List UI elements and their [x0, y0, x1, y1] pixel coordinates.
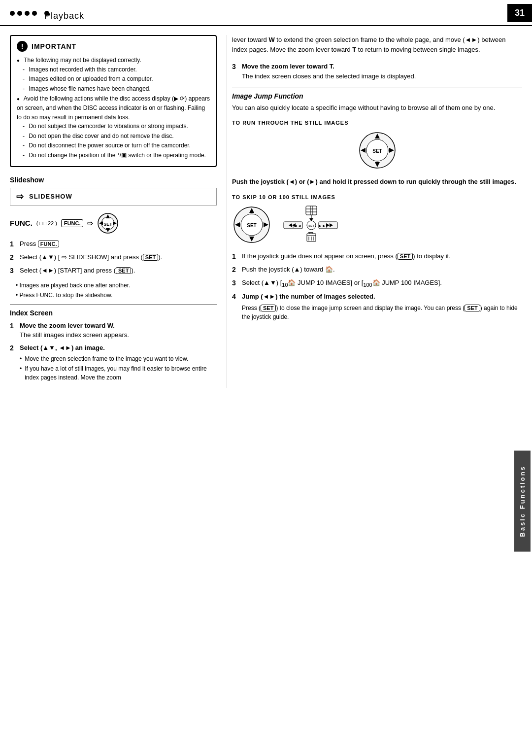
set-ref-3: SET — [116, 267, 131, 274]
skip-diagrams: SET |◄◄ — [232, 205, 522, 244]
important-sub-2b: Do not open the disc cover and do not re… — [23, 132, 210, 141]
svg-text:►►|: ►►| — [318, 224, 327, 228]
dot-2 — [17, 11, 22, 16]
slideshow-section: Slideshow ⇨ SLIDESHOW FUNC. ( □□ 22 ) FU… — [10, 176, 217, 300]
important-sub-2c: Do not disconnect the power source or tu… — [23, 141, 210, 150]
important-header: ! IMPORTANT — [17, 41, 210, 52]
svg-text:SET: SET — [247, 223, 256, 228]
image-jump-heading: Image Jump Function — [232, 92, 522, 100]
important-sub-1c: Images whose file names have been change… — [23, 84, 210, 94]
index-bullet-1: Move the green selection frame to the im… — [20, 354, 217, 363]
slideshow-bullets: Images are played back one after another… — [10, 281, 217, 300]
svg-text:SET: SET — [104, 222, 113, 227]
important-sub-1a: Images not recorded with this camcorder. — [23, 65, 210, 74]
index-step-1: 1 Move the zoom lever toward W. The stil… — [10, 321, 217, 340]
run-through-diagram: SET — [232, 131, 522, 170]
important-sub-1b: Images edited on or uploaded from a comp… — [23, 74, 210, 84]
important-list: The following may not be displayed corre… — [17, 56, 210, 160]
slideshow-step-1: 1 Press FUNC. — [10, 239, 217, 249]
func-row: FUNC. ( □□ 22 ) FUNC. ⇨ SET — [10, 212, 217, 234]
run-through-label: TO RUN THROUGH THE STILL IMAGES — [232, 120, 522, 126]
left-column: ! IMPORTANT The following may not be dis… — [10, 35, 227, 388]
important-sub-list-2: Do not subject the camcorder to vibratio… — [17, 122, 210, 160]
important-sub-2d: Do not change the position of the ᐩ/▣ sw… — [23, 151, 210, 160]
func-arrow: ⇨ — [87, 219, 93, 227]
page-number: 31 — [507, 4, 532, 22]
dot-3 — [25, 11, 30, 16]
important-title: IMPORTANT — [32, 42, 76, 50]
page-header: Playback 31 — [0, 0, 532, 26]
index-divider — [10, 305, 217, 305]
svg-text:SET: SET — [372, 148, 382, 154]
slideshow-steps: 1 Press FUNC. 2 Select (▲▼) [ ⇨ SLIDESHO… — [10, 239, 217, 276]
skip-step-3: 3 Select (▲▼) [10🏠 JUMP 10 IMAGES] or [1… — [232, 278, 522, 289]
slideshow-heading: Slideshow — [10, 176, 217, 184]
set-skip-4b: SET — [465, 305, 480, 311]
skip-step-1: 1 If the joystick guide does not appear … — [232, 251, 522, 262]
skip-step-4: 4 Jump (◄►) the number of images selecte… — [232, 292, 522, 322]
func-stop-ref: FUNC. — [36, 292, 55, 299]
main-content: ! IMPORTANT The following may not be dis… — [0, 26, 532, 397]
func-button-inline: FUNC. — [61, 219, 84, 227]
set-skip-1: SET — [398, 253, 413, 260]
skip-label: TO SKIP 10 OR 100 STILL IMAGES — [232, 194, 522, 200]
important-sub-list-1: Images not recorded with this camcorder.… — [17, 65, 210, 94]
right-step-3: 3 Move the zoom lever toward T. The inde… — [232, 62, 522, 81]
index-step-2: 2 Select (▲▼, ◄►) an image. Move the gre… — [10, 343, 217, 383]
slideshow-step-3: 3 Select (◄►) [START] and press (SET). — [10, 266, 217, 276]
skip-step-2: 2 Push the joystick (▲) toward 🏠. — [232, 265, 522, 275]
important-sub-2a: Do not subject the camcorder to vibratio… — [23, 122, 210, 131]
skip-joystick-svg: SET — [232, 205, 271, 244]
func-label: FUNC. — [10, 219, 33, 227]
right-intro-text: lever toward W to extend the green selec… — [232, 35, 522, 55]
header-title: Playback — [44, 11, 49, 16]
index-steps: 1 Move the zoom lever toward W. The stil… — [10, 321, 217, 383]
image-jump-divider — [232, 88, 522, 88]
set-button-diagram: SET — [97, 212, 119, 234]
important-icon: ! — [17, 41, 28, 52]
slideshow-label: SLIDESHOW — [29, 193, 72, 200]
index-screen-section: Index Screen 1 Move the zoom lever towar… — [10, 305, 217, 383]
set-skip-4a: SET — [261, 305, 276, 311]
dot-1 — [10, 11, 15, 16]
func-btn-ref: FUNC. — [38, 241, 60, 247]
slideshow-bullet-2: Press FUNC. to stop the slideshow. — [16, 291, 217, 300]
side-tab-container: Basic Functions — [512, 296, 532, 707]
important-item-1: The following may not be displayed corre… — [17, 56, 210, 93]
skip-controls-svg: |◄◄ ►►| SET — [281, 205, 340, 244]
svg-text:|◄◄: |◄◄ — [293, 224, 301, 228]
important-box: ! IMPORTANT The following may not be dis… — [10, 35, 217, 167]
dot-4 — [32, 11, 37, 16]
joystick-run-svg: SET — [358, 131, 397, 170]
right-step3-list: 3 Move the zoom lever toward T. The inde… — [232, 62, 522, 81]
important-item-2: Avoid the following actions while the di… — [17, 94, 210, 160]
image-jump-text: You can also quickly locate a specific i… — [232, 103, 522, 113]
side-tab-label: Basic Functions — [514, 450, 531, 551]
slideshow-step-2: 2 Select (▲▼) [ ⇨ SLIDESHOW] and press (… — [10, 252, 217, 263]
slideshow-icon: ⇨ — [16, 191, 24, 202]
set-ref-2: SET — [143, 254, 158, 261]
slideshow-box: ⇨ SLIDESHOW — [10, 188, 217, 206]
slideshow-bullet-1: Images are played back one after another… — [16, 281, 217, 290]
skip-step-4-sub: Press (SET) to close the image jump scre… — [242, 304, 522, 322]
right-column: lever toward W to extend the green selec… — [227, 35, 522, 388]
header-dots: Playback — [0, 11, 49, 16]
push-text: Push the joystick (◄) or (►) and hold it… — [232, 177, 522, 187]
important-body: The following may not be displayed corre… — [17, 56, 210, 160]
index-bullet-2: If you have a lot of still images, you m… — [20, 364, 217, 382]
index-heading: Index Screen — [10, 309, 217, 317]
skip-steps: 1 If the joystick guide does not appear … — [232, 251, 522, 322]
func-ref: ( □□ 22 ) — [36, 220, 57, 226]
svg-rect-21 — [306, 206, 317, 215]
svg-text:SET: SET — [308, 224, 314, 227]
index-step-2-bullets: Move the green selection frame to the im… — [20, 354, 217, 382]
